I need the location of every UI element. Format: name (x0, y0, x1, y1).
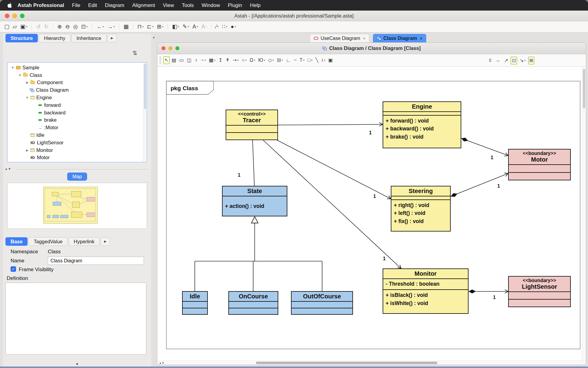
fill-color-icon[interactable]: ◧▾ (171, 22, 181, 31)
association-tracer-steering[interactable] (277, 140, 391, 199)
interface-icon[interactable]: Ю▾ (257, 56, 266, 64)
constraint-icon[interactable]: ⊟▾ (276, 56, 284, 64)
sphere-icon[interactable]: ●▾ (230, 22, 237, 31)
class-motor[interactable]: <<boundary>> Motor (508, 149, 571, 180)
rect-icon[interactable]: □▾ (306, 56, 314, 64)
menu-edit[interactable]: Edit (84, 2, 101, 8)
sync-selection-icon[interactable]: ⇅ (132, 50, 137, 57)
fit-height-icon[interactable]: ⇳ (487, 57, 493, 64)
scrollbar-thumb[interactable] (144, 64, 146, 109)
class-monitor[interactable]: Monitor - Threshold : boolean + isBlack(… (383, 268, 469, 314)
tree-expander-icon[interactable]: ▶ (24, 149, 30, 152)
tree-item-backward[interactable]: backward (8, 109, 147, 117)
select-tool-icon[interactable]: ↖ (163, 56, 170, 64)
tab-hierarchy[interactable]: Hierarchy (39, 34, 70, 42)
panel-collapse-icon[interactable]: ▼ (76, 362, 79, 366)
composition-engine-motor[interactable] (461, 138, 508, 156)
image-icon[interactable]: ▣ (327, 56, 334, 64)
tree-scrollbar[interactable] (143, 63, 146, 162)
class-outofcourse[interactable]: OutOfCourse (291, 291, 353, 315)
zoom-reset-icon[interactable]: ◎ (72, 22, 79, 31)
tree-item-engine[interactable]: ▼Engine (8, 94, 147, 101)
tab-structure[interactable]: Structure (5, 34, 38, 42)
class-icon[interactable]: ▦▾ (208, 56, 217, 64)
instance-icon[interactable]: ○▾ (240, 56, 248, 64)
close-diagram-button[interactable] (162, 46, 165, 50)
tab-base[interactable]: Base (5, 237, 28, 246)
back-icon[interactable]: ←▾ (95, 22, 105, 31)
diagram-canvas[interactable]: pkg Class (157, 67, 586, 361)
toolbar-handle[interactable] (160, 56, 161, 64)
tree-item-motor[interactable]: ЮMotor (8, 154, 147, 162)
new-file-icon[interactable]: ▢ (3, 22, 11, 31)
model-icon[interactable]: ◫ (186, 56, 193, 64)
zoom-out-icon[interactable]: ⊖ (64, 22, 71, 31)
zoom-in-icon[interactable]: ⊕ (56, 22, 63, 31)
tree-item-class-diagram[interactable]: Class Diagram (8, 86, 147, 94)
pointer-mode-icon[interactable]: ↗ (503, 57, 509, 64)
tree-expander-icon[interactable]: ▼ (17, 74, 23, 77)
class-engine[interactable]: Engine + forward() : void + backward() :… (383, 101, 461, 148)
pin-icon[interactable]: ♀ (193, 56, 199, 64)
panel-divider[interactable]: ▲ (151, 34, 157, 368)
tree-item-sample[interactable]: ▼Sample (8, 64, 147, 71)
realization-icon[interactable]: ↟ (224, 56, 231, 64)
window-title-bar[interactable]: Astah - [/Applications/astah professiona… (0, 11, 588, 21)
redo-icon[interactable]: ↻ (43, 22, 50, 31)
close-tab-icon[interactable]: × (420, 36, 423, 41)
diamond-icon[interactable]: ◇▾ (267, 56, 275, 64)
horizontal-scrollbar[interactable]: ▲▼ (157, 361, 586, 365)
line-color-icon[interactable]: ✎▾ (181, 22, 191, 31)
minimize-diagram-button[interactable] (168, 46, 172, 50)
map-thumbnail[interactable] (43, 187, 98, 224)
focus-mode-icon[interactable]: ⊡ (511, 57, 517, 64)
curve-icon[interactable]: ≀▾ (320, 56, 327, 64)
menu-astah-professional[interactable]: Astah Professional (14, 2, 68, 8)
diagram-tab-usecase-diagram[interactable]: UseCase Diagram× (310, 34, 369, 42)
zoom-drag-icon[interactable]: ↘▾ (518, 57, 527, 64)
arrange-icon[interactable]: ⊞▾ (155, 22, 165, 31)
tab-more-icon[interactable]: ▶ (107, 34, 117, 42)
class-lightsensor[interactable]: <<boundary>> LightSensor (508, 276, 571, 307)
tab-hyperlink[interactable]: Hyperlink (69, 237, 100, 246)
corner-line-icon[interactable]: ∟ (285, 56, 292, 64)
font-style-icon[interactable]: A▾ (200, 22, 208, 31)
menu-view[interactable]: View (159, 2, 178, 8)
scroll-arrows-icon[interactable]: ▲▼ (159, 362, 165, 364)
class-tracer[interactable]: <<control>> Tracer (226, 110, 278, 140)
scrollbar-thumb[interactable] (583, 69, 585, 108)
open-file-icon[interactable]: ▱ (11, 22, 18, 31)
class-state[interactable]: State + action() : void (222, 186, 287, 216)
tree-item-forward[interactable]: forward (8, 101, 147, 109)
diagram-tab-class-diagram[interactable]: Class Diagram× (373, 34, 426, 42)
association-tracer-state[interactable] (253, 140, 254, 186)
menu-tools[interactable]: Tools (178, 2, 198, 8)
tree-item-lightsensor[interactable]: ЮLightSensor (8, 139, 147, 146)
save-icon[interactable]: ▣▾ (19, 22, 29, 31)
class-idle[interactable]: Idle (182, 291, 208, 315)
tree-item-brake[interactable]: brake (8, 117, 147, 124)
tree-item-motor[interactable]: →:Motor (8, 124, 147, 131)
scrollbar-thumb[interactable] (256, 362, 437, 364)
zoom-diagram-button[interactable] (175, 46, 179, 50)
menu-plugin[interactable]: Plugin (224, 2, 246, 8)
tree-item-monitor[interactable]: ▶Monitor (8, 146, 147, 154)
menu-window[interactable]: Window (198, 2, 224, 8)
overview-icon[interactable]: ▦ (122, 22, 130, 31)
auto-layout-icon[interactable]: ⊞ (528, 57, 534, 64)
tab-more-icon[interactable]: ▶ (100, 237, 110, 246)
line-icon[interactable]: ╲ (314, 56, 320, 64)
apple-logo-icon[interactable] (7, 3, 12, 8)
name-input[interactable] (48, 257, 144, 265)
close-tab-icon[interactable]: × (363, 36, 366, 41)
panel-splitter[interactable]: ▲▼ (3, 167, 151, 171)
tree-expander-icon[interactable]: ▼ (24, 96, 30, 99)
map-button[interactable]: Map (67, 172, 87, 181)
divider-collapse-icon[interactable]: ▲ (152, 36, 155, 39)
class-steering[interactable]: Steering + right() : void + left() : voi… (391, 186, 451, 232)
line-style-icon[interactable]: ∕▾ (214, 22, 220, 31)
generalization-icon[interactable]: ↥ (217, 56, 224, 64)
zoom-area-icon[interactable]: ⊡▾ (80, 22, 89, 31)
tree-item-idle[interactable]: Idle (8, 131, 147, 139)
menu-diagram[interactable]: Diagram (101, 2, 128, 8)
